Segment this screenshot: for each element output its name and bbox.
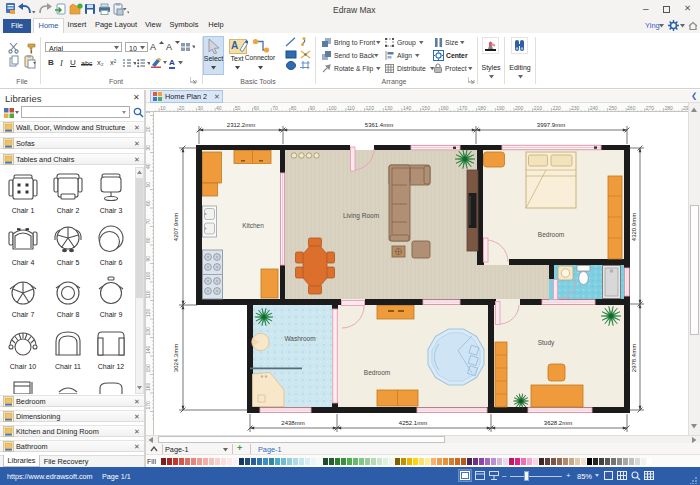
svg-text:160: 160	[146, 382, 151, 391]
svg-text:180: 180	[478, 105, 487, 111]
svg-text:140: 140	[146, 345, 151, 354]
svg-text:70: 70	[272, 105, 278, 111]
svg-text:120: 120	[146, 308, 151, 317]
svg-text:200: 200	[515, 105, 524, 111]
svg-text:3628.2mm: 3628.2mm	[544, 420, 572, 426]
svg-text:190: 190	[496, 105, 505, 111]
svg-text:30: 30	[146, 145, 151, 151]
svg-text:60: 60	[146, 200, 151, 206]
svg-text:3997.9mm: 3997.9mm	[537, 122, 565, 128]
svg-text:120: 120	[366, 105, 375, 111]
svg-text:260: 260	[627, 105, 636, 111]
svg-text:2312.2mm: 2312.2mm	[227, 122, 255, 128]
svg-text:170: 170	[459, 105, 468, 111]
svg-text:230: 230	[571, 105, 580, 111]
svg-text:140: 140	[403, 105, 412, 111]
svg-text:20: 20	[146, 126, 151, 132]
svg-text:Bedroom: Bedroom	[538, 231, 564, 238]
svg-text:250: 250	[608, 105, 617, 111]
svg-text:40: 40	[216, 105, 222, 111]
svg-text:50: 50	[235, 105, 241, 111]
svg-text:60: 60	[254, 105, 260, 111]
svg-text:4252.1mm: 4252.1mm	[399, 420, 427, 426]
svg-text:90: 90	[146, 256, 151, 262]
svg-text:90: 90	[310, 105, 316, 111]
svg-text:80: 80	[146, 237, 151, 243]
svg-text:4207.9mm: 4207.9mm	[173, 213, 179, 241]
svg-text:110: 110	[146, 290, 151, 298]
svg-text:10: 10	[160, 105, 166, 111]
svg-text:Washroom: Washroom	[284, 335, 315, 342]
svg-text:50: 50	[146, 182, 151, 188]
svg-text:Bedroom: Bedroom	[364, 369, 390, 376]
svg-text:Living Room: Living Room	[343, 212, 379, 220]
svg-text:70: 70	[146, 219, 151, 225]
svg-text:Study: Study	[538, 339, 555, 347]
svg-text:20: 20	[179, 105, 185, 111]
svg-text:150: 150	[146, 364, 151, 373]
svg-text:110: 110	[347, 105, 355, 111]
svg-text:240: 240	[590, 105, 599, 111]
svg-text:3024.3mm: 3024.3mm	[173, 344, 179, 372]
svg-text:10: 10	[146, 112, 151, 114]
svg-text:2978.4mm: 2978.4mm	[631, 344, 637, 372]
svg-text:160: 160	[440, 105, 449, 111]
svg-text:40: 40	[146, 163, 151, 169]
svg-text:220: 220	[552, 105, 561, 111]
svg-text:4320.9mm: 4320.9mm	[631, 213, 637, 241]
svg-text:100: 100	[146, 271, 151, 280]
svg-text:80: 80	[291, 105, 297, 111]
svg-text:130: 130	[384, 105, 393, 111]
svg-text:170: 170	[146, 401, 151, 410]
svg-text:280: 280	[664, 105, 673, 111]
svg-text:Kitchen: Kitchen	[242, 222, 264, 229]
svg-text:270: 270	[646, 105, 655, 111]
svg-text:150: 150	[422, 105, 431, 111]
svg-text:5361.4mm: 5361.4mm	[365, 122, 393, 128]
svg-text:2438mm: 2438mm	[281, 420, 304, 426]
svg-text:130: 130	[146, 327, 151, 336]
svg-text:210: 210	[534, 105, 543, 111]
svg-text:30: 30	[197, 105, 203, 111]
svg-text:100: 100	[328, 105, 337, 111]
